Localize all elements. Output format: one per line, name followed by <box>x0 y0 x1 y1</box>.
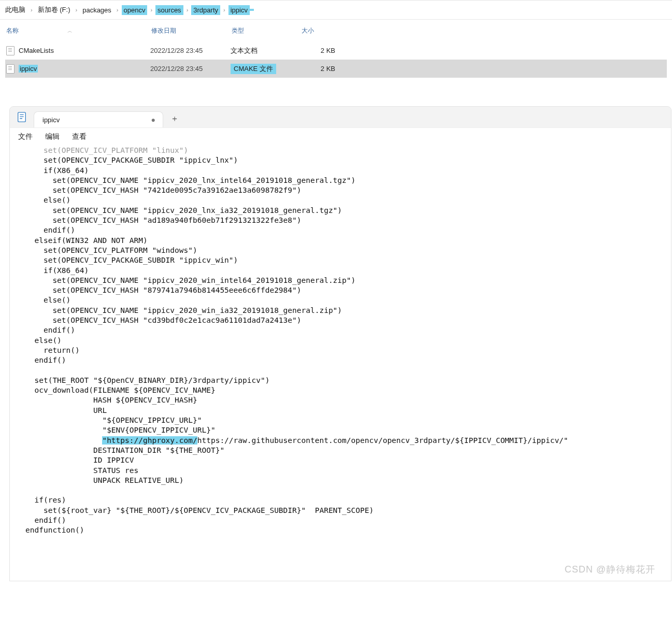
tab-ippicv[interactable]: ippicv ● <box>34 111 163 127</box>
code-line: DESTINATION_DIR "${THE_ROOT}" <box>25 446 671 455</box>
code-line: elseif(WIN32 AND NOT ARM) <box>25 236 671 246</box>
table-row[interactable]: CMakeLists2022/12/28 23:45文本文档2 KB <box>5 41 667 60</box>
code-line: set(OPENCV_ICV_NAME "ippicv_2020_lnx_ia3… <box>25 206 671 216</box>
breadcrumb-item[interactable]: 此电脑 <box>3 4 27 16</box>
code-line: URL <box>25 406 671 416</box>
document-icon <box>6 64 15 74</box>
code-line: set(OPENCV_ICV_PLATFORM "windows") <box>25 246 671 255</box>
menu-file[interactable]: 文件 <box>18 132 33 141</box>
code-editor[interactable]: set(OPENCV_ICV_PLATFORM "linux") set(OPE… <box>10 146 671 581</box>
code-line: "${OPENCV_IPPICV_URL}" <box>25 416 671 425</box>
file-explorer: 此电脑›新加卷 (F:)›packages›opencv›sources›3rd… <box>0 0 672 83</box>
code-line: "https://ghproxy.com/https://raw.githubu… <box>25 436 671 446</box>
column-type[interactable]: 类型 <box>231 26 301 35</box>
breadcrumb-item[interactable]: ippicv <box>228 5 250 15</box>
code-line: else() <box>25 195 671 205</box>
column-date[interactable]: 修改日期 <box>150 26 231 35</box>
code-line: ID IPPICV <box>25 455 671 465</box>
code-line: endif() <box>25 355 671 365</box>
file-list-header: 名称 ︿ 修改日期 类型 大小 <box>5 20 667 41</box>
file-list: 名称 ︿ 修改日期 类型 大小 CMakeLists2022/12/28 23:… <box>0 20 672 83</box>
code-line: UNPACK RELATIVE_URL) <box>25 476 671 485</box>
breadcrumb-item[interactable]: packages <box>80 5 113 15</box>
chevron-right-icon: › <box>220 7 228 13</box>
code-line: endfunction() <box>25 525 671 535</box>
file-name: ippicv <box>19 65 38 73</box>
code-line <box>25 366 671 376</box>
code-line: set(OPENCV_ICV_PACKAGE_SUBDIR "ippicv_wi… <box>25 255 671 265</box>
code-line: if(X86_64) <box>25 166 671 176</box>
code-line: set(OPENCV_ICV_HASH "ad189a940fb60eb71f2… <box>25 216 671 225</box>
file-type: 文本文档 <box>231 47 258 54</box>
code-line: if(X86_64) <box>25 266 671 276</box>
code-line: set(OPENCV_ICV_PACKAGE_SUBDIR "ippicv_ln… <box>25 155 671 165</box>
chevron-right-icon: › <box>27 7 36 13</box>
file-date: 2022/12/28 23:45 <box>150 47 231 54</box>
tab-modified-icon[interactable]: ● <box>145 116 155 124</box>
notepad-app-icon <box>16 111 27 123</box>
file-name: CMakeLists <box>19 47 54 54</box>
menu-edit[interactable]: 编辑 <box>45 132 60 141</box>
file-date: 2022/12/28 23:45 <box>150 65 231 73</box>
code-line: STATUS res <box>25 466 671 476</box>
file-size: 2 KB <box>301 47 339 54</box>
breadcrumb-item[interactable]: 3rdparty <box>191 5 220 15</box>
code-line: endif() <box>25 325 671 335</box>
code-line: else() <box>25 295 671 305</box>
watermark: CSDN @静待梅花开 <box>565 565 655 575</box>
code-line: set(OPENCV_ICV_HASH "879741a7946b814455e… <box>25 285 671 295</box>
chevron-right-icon: › <box>73 7 81 13</box>
code-line: HASH ${OPENCV_ICV_HASH} <box>25 395 671 405</box>
code-line: if(res) <box>25 495 671 505</box>
tab-bar: ippicv ● ＋ <box>10 107 671 127</box>
tab-title: ippicv <box>42 116 60 124</box>
code-line: set(OPENCV_ICV_NAME "ippicv_2020_win_ia3… <box>25 306 671 316</box>
menu-bar: 文件 编辑 查看 <box>10 127 671 146</box>
code-line: return() <box>25 346 671 355</box>
chevron-right-icon: › <box>147 7 155 13</box>
code-line: set(THE_ROOT "${OpenCV_BINARY_DIR}/3rdpa… <box>25 376 671 385</box>
breadcrumb-item[interactable]: 新加卷 (F:) <box>36 4 73 16</box>
chevron-right-icon: › <box>113 7 122 13</box>
breadcrumb[interactable]: 此电脑›新加卷 (F:)›packages›opencv›sources›3rd… <box>0 1 672 20</box>
code-line: endif() <box>25 516 671 525</box>
document-icon <box>6 46 15 55</box>
breadcrumb-selection-pad <box>250 9 254 11</box>
column-size[interactable]: 大小 <box>301 26 339 35</box>
code-line: set(OPENCV_ICV_HASH "cd39bdf0c2e1cac9a61… <box>25 316 671 325</box>
code-line: set(${root_var} "${THE_ROOT}/${OPENCV_IC… <box>25 506 671 516</box>
breadcrumb-item[interactable]: opencv <box>122 5 148 15</box>
notepad-window: ippicv ● ＋ 文件 编辑 查看 set(OPENCV_ICV_PLATF… <box>9 106 671 581</box>
svg-rect-0 <box>18 112 26 122</box>
code-line: "$ENV{OPENCV_IPPICV_URL}" <box>25 425 671 435</box>
table-row[interactable]: ippicv2022/12/28 23:45CMAKE 文件2 KB <box>5 60 667 78</box>
file-size: 2 KB <box>301 65 339 73</box>
new-tab-button[interactable]: ＋ <box>165 110 184 127</box>
sort-indicator-icon: ︿ <box>67 27 73 35</box>
file-type: CMAKE 文件 <box>231 64 276 74</box>
column-name[interactable]: 名称 ︿ <box>5 26 150 35</box>
code-line <box>25 485 671 495</box>
code-line: ocv_download(FILENAME ${OPENCV_ICV_NAME} <box>25 385 671 395</box>
breadcrumb-item[interactable]: sources <box>155 5 183 15</box>
code-line: endif() <box>25 225 671 235</box>
code-line: set(OPENCV_ICV_NAME "ippicv_2020_win_int… <box>25 276 671 285</box>
code-line: else() <box>25 336 671 346</box>
code-line: set(OPENCV_ICV_PLATFORM "linux") <box>25 146 671 155</box>
chevron-right-icon: › <box>183 7 192 13</box>
code-line: set(OPENCV_ICV_NAME "ippicv_2020_lnx_int… <box>25 176 671 185</box>
menu-view[interactable]: 查看 <box>72 132 87 141</box>
code-line: set(OPENCV_ICV_HASH "7421de0095c7a39162a… <box>25 185 671 195</box>
